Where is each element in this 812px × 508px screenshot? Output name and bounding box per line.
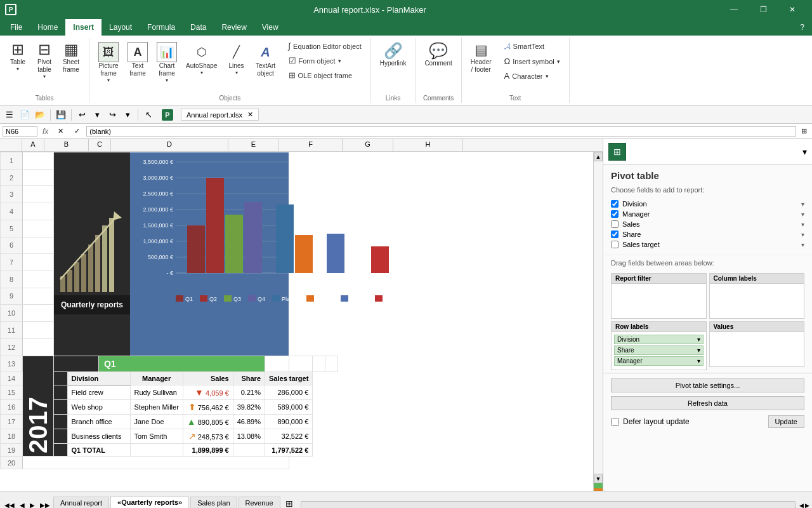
q1-total-share[interactable] — [233, 444, 265, 457]
q1-total-target[interactable]: 1,797,522 € — [265, 444, 313, 457]
share-tag[interactable]: Share ▾ — [614, 345, 704, 355]
insert-symbol-button[interactable]: Ω Insert symbol ▾ — [501, 55, 564, 68]
tab-nav-last[interactable]: ▶▶ — [38, 502, 52, 508]
field-crew-division[interactable]: Field crew — [67, 385, 130, 400]
smarttext-button[interactable]: 𝓐 SmartText — [501, 39, 564, 53]
picture-frame-button[interactable]: 🖼 Pictureframe ▾ — [95, 39, 122, 86]
lines-button[interactable]: ╱ Lines ▾ — [223, 39, 251, 78]
branch-office-manager[interactable]: Jane Doe — [130, 415, 183, 429]
ole-button[interactable]: ⊞ OLE object frame — [285, 69, 365, 82]
manager-dropdown[interactable]: ▾ — [801, 211, 804, 218]
web-shop-sales-cell[interactable]: ⬆ 756,462 € — [183, 400, 233, 415]
sales-checkbox[interactable] — [611, 220, 619, 228]
manager-header[interactable]: Manager — [130, 371, 183, 385]
equation-editor-button[interactable]: ∫ Equation Editor object — [285, 39, 365, 53]
menu-button[interactable]: ☰ — [3, 108, 16, 122]
textart-button[interactable]: A TextArtobject — [252, 39, 280, 80]
values-content[interactable] — [709, 332, 805, 367]
redo-dropdown[interactable]: ▾ — [121, 108, 134, 122]
sales-target-checkbox[interactable] — [611, 241, 619, 248]
hscroll-right[interactable]: ▶ — [805, 502, 809, 508]
business-clients-share[interactable]: 13.08% — [233, 429, 265, 444]
column-labels-content[interactable] — [709, 284, 805, 319]
web-shop-division[interactable]: Web shop — [67, 400, 130, 415]
minimize-button[interactable]: — — [719, 0, 749, 19]
open-button[interactable]: 📂 — [33, 108, 47, 122]
tab-insert[interactable]: Insert — [65, 19, 102, 36]
tab-home[interactable]: Home — [30, 19, 65, 36]
report-filter-content[interactable] — [611, 284, 707, 319]
pivot-view-button[interactable]: ⊞ — [608, 143, 626, 161]
tab-data[interactable]: Data — [183, 19, 214, 36]
share-dropdown[interactable]: ▾ — [801, 231, 804, 238]
redo-button[interactable]: ↪ — [105, 108, 119, 122]
q1-total-sales[interactable]: 1,899,899 € — [183, 444, 233, 457]
col-header-c[interactable]: C — [89, 139, 111, 151]
field-crew-target[interactable]: 286,000 € — [265, 385, 313, 400]
sales-target-header[interactable]: Sales target — [265, 371, 313, 385]
q1-label-cell[interactable]: Q1 — [98, 356, 265, 371]
text-frame-button[interactable]: A Textframe — [124, 39, 152, 80]
col-header-a[interactable]: A — [22, 139, 44, 151]
pivot-table-button[interactable]: ⊟ Pivottable ▾ — [32, 39, 57, 82]
hyperlink-button[interactable]: 🔗 Hyperlink — [376, 39, 410, 70]
branch-office-share[interactable]: 46.89% — [233, 415, 265, 429]
tab-nav-first[interactable]: ◀◀ — [3, 502, 16, 508]
tab-nav-prev[interactable]: ◀ — [18, 502, 27, 508]
header-footer-button[interactable]: ▤ Header/ footer — [467, 39, 495, 76]
pivot-settings-button[interactable]: Pivot table settings... — [611, 378, 804, 392]
business-clients-division[interactable]: Business clients — [67, 429, 130, 444]
col-header-g[interactable]: G — [343, 139, 393, 151]
form-object-button[interactable]: ☑ Form object ▾ — [285, 54, 365, 67]
comment-button[interactable]: 💬 Comment — [421, 39, 455, 70]
scroll-track[interactable] — [594, 161, 603, 474]
col-header-h[interactable]: H — [393, 139, 463, 151]
division-checkbox[interactable] — [611, 200, 619, 208]
branch-office-target[interactable]: 890,000 € — [265, 415, 313, 429]
sales-target-dropdown[interactable]: ▾ — [801, 241, 804, 248]
col-header-f[interactable]: F — [279, 139, 343, 151]
table-button[interactable]: ⊞ Table ▾ — [5, 39, 30, 74]
scroll-up-button[interactable]: ▲ — [594, 152, 603, 161]
cancel-formula-button[interactable]: ✕ — [53, 124, 67, 138]
hscroll-left[interactable]: ◀ — [799, 502, 804, 508]
character-button[interactable]: A Character ▾ — [501, 69, 564, 83]
cursor-button[interactable]: ↖ — [141, 108, 155, 122]
share-checkbox[interactable] — [611, 231, 619, 238]
col-header-d[interactable]: D — [111, 139, 228, 151]
close-tab-icon[interactable]: ✕ — [247, 110, 253, 119]
maximize-button[interactable]: ❐ — [749, 0, 778, 19]
update-button[interactable]: Update — [768, 415, 804, 428]
branch-office-division[interactable]: Branch office — [67, 415, 130, 429]
col-header-e[interactable]: E — [228, 139, 279, 151]
division-header[interactable]: Division — [67, 371, 130, 385]
sheet-tab-revenue[interactable]: Revenue — [239, 497, 280, 508]
web-shop-manager[interactable]: Stephen Miller — [130, 400, 183, 415]
add-sheet-button[interactable]: ⊞ — [282, 498, 297, 508]
tab-layout[interactable]: Layout — [102, 19, 140, 36]
expand-formula-button[interactable]: ⊞ — [799, 127, 809, 135]
row-labels-content[interactable]: Division ▾ Share ▾ Manager ▾ — [611, 332, 707, 370]
share-header[interactable]: Share — [233, 371, 265, 385]
field-crew-sales-cell[interactable]: ▼ 4,059 € — [183, 385, 233, 400]
refresh-data-button[interactable]: Refresh data — [611, 396, 804, 410]
undo-dropdown[interactable]: ▾ — [90, 108, 104, 122]
file-tab[interactable]: Annual report.xlsx ✕ — [181, 109, 259, 121]
sales-dropdown[interactable]: ▾ — [801, 221, 804, 228]
sheet-frame-button[interactable]: ▦ Sheetframe — [58, 39, 84, 76]
business-clients-sales-cell[interactable]: ↗ 248,573 € — [183, 429, 233, 444]
sheet-tab-sales-plan[interactable]: Sales plan — [190, 497, 237, 508]
sheet-tab-annual-report[interactable]: Annual report — [53, 497, 109, 508]
q1-total-manager[interactable] — [130, 444, 183, 457]
tab-file[interactable]: File — [3, 19, 30, 36]
horizontal-scrollbar[interactable] — [301, 501, 796, 508]
sheet-tab-quarterly-reports[interactable]: «Quarterly reports» — [110, 496, 189, 508]
business-clients-target[interactable]: 32,522 € — [265, 429, 313, 444]
tab-view[interactable]: View — [254, 19, 286, 36]
help-button[interactable]: ? — [792, 19, 812, 36]
tab-nav-next[interactable]: ▶ — [28, 502, 37, 508]
new-button[interactable]: 📄 — [18, 108, 32, 122]
sidebar-expand-button[interactable]: ▾ — [802, 147, 807, 157]
autoshape-button[interactable]: ⬡ AutoShape ▾ — [182, 39, 221, 78]
chart-frame-button[interactable]: 📊 Chartframe ▾ — [153, 39, 181, 86]
